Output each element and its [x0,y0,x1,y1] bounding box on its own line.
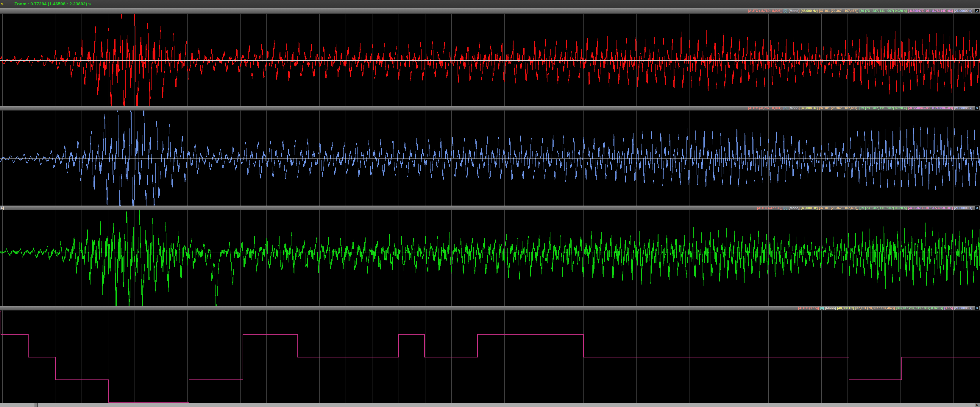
track-info-segment: [21.00000 s] [954,106,972,110]
track-info-segment: [21.00000 s] [954,9,972,13]
track-info-segment: [0] [820,306,824,310]
track-info-segment: [48,000 Hz] [801,106,818,110]
track-header-2[interactable]: [AUTO (-8,737 : 8,891)][0][Mono][48,000 … [0,106,980,110]
scrollbar-thumb-edge [38,403,38,407]
track-4-info: [AUTO (1 : 5)][0][Mono][48,000 Hz][37,10… [798,306,979,310]
track-info-segment: [0] [784,106,788,110]
track-info-segment: [Mono] [789,206,800,210]
status-bar: s Zoom : 0.77294 (1.46598 : 2.23892) s [0,0,980,8]
track-info-segment: [Mono] [789,9,800,13]
track-header-4[interactable]: [AUTO (1 : 5)][0][Mono][48,000 Hz][37,10… [0,306,980,310]
track-1-info: [AUTO (-8,769 : 8,926)][0][Mono][48,000 … [748,8,979,14]
track-3-left-label: 4] [1,206,4,210]
track-info-segment: [48,000 Hz] [801,206,818,210]
track-close-button[interactable]: X [975,9,979,13]
track-info-segment: [0] [784,9,788,13]
zoom-status-label: Zoom : 0.77294 (1.46598 : 2.23892) s [14,1,91,6]
track-info-segment: [39 (73 : 287, 111 : 907) 0.020 s] [859,106,907,110]
waveform-track-red[interactable] [0,14,980,106]
waveform-track-green[interactable] [0,210,980,306]
track-info-segment: [AUTO (-8,769 : 8,926)] [748,9,782,13]
track-info-segment: [-8.59547E+03 : 8.75214E+03] [908,9,953,13]
truncated-filename-label: s [1,1,3,6]
track-info-segment: [37,101 (70,367 : 107,467)] [819,106,858,110]
track-info-segment: [48,000 Hz] [837,306,854,310]
track-header-3[interactable]: 4] [AUTO (-47 : 36)][0][Mono][48,000 Hz]… [0,206,980,210]
track-info-segment: [39 (73 : 287, 111 : 907) 0.020 s] [859,9,907,13]
track-close-button[interactable]: X [975,306,979,310]
track-info-segment: [0] [784,206,788,210]
track-info-segment: [-4.65361E+01 : 3.53223E+01] [908,206,953,210]
track-info-segment: [AUTO (-47 : 36)] [757,206,782,210]
scrollbar-right-arrow-button[interactable]: ▶ [975,403,980,407]
track-info-segment: [37,101 (70,367 : 107,467)] [855,306,895,310]
horizontal-scrollbar[interactable]: ▶ [0,403,980,407]
track-header-1[interactable]: [AUTO (-8,769 : 8,926)][0][Mono][48,000 … [0,8,980,14]
track-info-segment: [Mono] [825,306,836,310]
track-close-button[interactable]: X [975,106,979,110]
track-info-segment: [39 (73 : 287, 111 : 907) 0.020 s] [896,306,943,310]
track-info-segment: [21.00000 s] [954,306,972,310]
waveform-track-blue[interactable] [0,110,980,206]
track-info-segment: [1 : 5] [944,306,953,310]
track-info-segment: [39 (73 : 287, 111 : 907) 0.020 s] [859,206,907,210]
scrollbar-thumb[interactable] [34,403,38,407]
track-info-segment: [37,101 (70,367 : 107,467)] [819,9,858,13]
track-info-segment: [37,101 (70,367 : 107,467)] [819,206,858,210]
track-info-segment: [AUTO (1 : 5)] [798,306,819,310]
pitch-step-track[interactable] [0,310,980,403]
track-info-segment: [21.00000 s] [954,206,972,210]
track-info-segment: [AUTO (-8,737 : 8,891)] [748,106,782,110]
track-2-info: [AUTO (-8,737 : 8,891)][0][Mono][48,000 … [748,106,979,110]
track-info-segment: [-8.56400E+03 : 8.71800E+03] [908,106,953,110]
track-info-segment: [Mono] [789,106,800,110]
track-close-button[interactable]: X [975,206,979,210]
track-3-info: [AUTO (-47 : 36)][0][Mono][48,000 Hz][37… [757,206,979,210]
track-info-segment: [48,000 Hz] [801,9,818,13]
